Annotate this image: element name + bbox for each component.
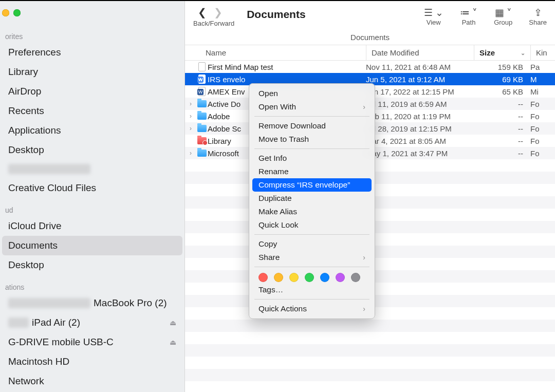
sidebar-item[interactable]: Network <box>2 371 182 391</box>
sidebar: orites PreferencesLibraryAirDropRecentsA… <box>0 1 185 392</box>
sidebar-item[interactable]: MacBook Pro (2) <box>2 293 182 313</box>
sidebar-item[interactable]: iPad Air (2)⏏ <box>2 313 182 332</box>
menu-item[interactable]: Get Info <box>249 152 375 165</box>
sidebar-item[interactable]: iCloud Drive <box>2 216 182 236</box>
group-button[interactable]: ▦ ˅Group <box>494 6 512 26</box>
menu-item[interactable]: Rename <box>249 165 375 178</box>
path-bar[interactable]: Documents <box>185 32 555 45</box>
sidebar-section-favorites: orites <box>0 29 184 43</box>
context-menu[interactable]: OpenOpen With›Remove DownloadMove to Tra… <box>249 83 375 319</box>
file-size: 69 KB <box>474 75 530 84</box>
file-date: Jul 11, 2019 at 6:59 AM <box>366 100 474 108</box>
column-date[interactable]: Date Modified <box>366 45 474 60</box>
menu-item[interactable]: Open With› <box>249 100 375 114</box>
sidebar-item[interactable]: Macintosh HD <box>2 352 182 371</box>
tag-dot[interactable] <box>289 273 299 282</box>
menu-item[interactable]: Tags… <box>249 283 375 296</box>
window-title: Documents <box>247 8 305 21</box>
disclosure-icon[interactable]: › <box>185 113 196 120</box>
document-icon <box>196 62 208 71</box>
submenu-icon: › <box>363 103 365 111</box>
file-date: Jan 17, 2022 at 12:15 PM <box>366 87 474 96</box>
file-size: -- <box>474 137 530 145</box>
submenu-icon: › <box>363 253 365 262</box>
tag-dot[interactable] <box>258 273 268 282</box>
sidebar-item[interactable]: Recents <box>2 101 182 121</box>
menu-item[interactable]: Compress “IRS envelope” <box>252 178 372 192</box>
back-forward-label: Back/Forward <box>193 20 234 27</box>
word-doc-icon <box>196 87 208 96</box>
menu-item[interactable]: Share› <box>249 251 375 264</box>
file-date: Jul 28, 2019 at 12:15 PM <box>366 124 474 133</box>
file-size: 159 KB <box>474 63 530 71</box>
table-row[interactable]: First Mind Map testNov 11, 2021 at 6:48 … <box>185 61 555 73</box>
column-name[interactable]: Name <box>185 45 366 60</box>
file-date: Nov 11, 2021 at 6:48 AM <box>366 63 474 71</box>
menu-item[interactable]: Remove Download <box>249 119 375 133</box>
menu-item[interactable]: Make Alias <box>249 205 375 218</box>
disclosure-icon[interactable]: › <box>185 150 196 157</box>
file-kind: Mi <box>530 87 555 96</box>
file-size: 65 KB <box>474 87 530 96</box>
tag-dot[interactable] <box>320 273 329 282</box>
sidebar-item[interactable]: G-DRIVE mobile USB-C⏏ <box>2 332 182 352</box>
menu-item[interactable]: Quick Look <box>249 218 375 232</box>
file-date: Jun 5, 2021 at 9:12 AM <box>366 75 474 84</box>
file-kind: Fo <box>530 112 555 121</box>
file-size: -- <box>474 124 530 133</box>
sidebar-item[interactable]: Creative Cloud Files <box>2 178 182 198</box>
tag-colors[interactable] <box>249 270 375 283</box>
back-icon: ❮ <box>198 7 214 18</box>
disclosure-icon[interactable]: › <box>185 100 196 107</box>
menu-item[interactable]: Duplicate <box>249 192 375 205</box>
window-controls[interactable] <box>2 9 21 16</box>
sidebar-item[interactable]: Applications <box>2 121 182 140</box>
sidebar-item[interactable]: Documents <box>2 236 182 255</box>
eject-icon[interactable]: ⏏ <box>170 319 176 327</box>
file-kind: Fo <box>530 124 555 133</box>
folder-icon <box>196 148 208 158</box>
view-button[interactable]: ☰ ⌄View <box>424 6 443 26</box>
folder-icon <box>196 99 208 108</box>
sidebar-item[interactable]: Preferences <box>2 43 182 62</box>
sidebar-item[interactable]: AirDrop <box>2 82 182 101</box>
tag-dot[interactable] <box>305 273 314 282</box>
path-button[interactable]: ≔ ˅Path <box>460 6 477 26</box>
file-kind: Fo <box>530 137 555 145</box>
toolbar: ❮❯ Back/Forward Documents ☰ ⌄View ≔ ˅Pat… <box>185 1 555 32</box>
tag-dot[interactable] <box>336 273 345 282</box>
sidebar-item[interactable]: Desktop <box>2 255 182 275</box>
menu-item[interactable]: Copy <box>249 237 375 251</box>
sort-indicator-icon: ⌄ <box>521 50 525 57</box>
sidebar-section-icloud: ud <box>0 203 184 216</box>
eject-icon[interactable]: ⏏ <box>170 338 176 346</box>
column-size[interactable]: Size⌄ <box>474 45 530 60</box>
disclosure-icon[interactable]: › <box>185 125 196 132</box>
folder-icon <box>196 136 208 145</box>
sidebar-item[interactable] <box>2 160 182 178</box>
column-header[interactable]: Name Date Modified Size⌄ Kin <box>185 45 555 61</box>
file-kind: M <box>530 75 555 84</box>
menu-item[interactable]: Open <box>249 87 375 100</box>
tag-dot[interactable] <box>274 273 283 282</box>
zoom-button[interactable] <box>13 9 21 16</box>
menu-item[interactable]: Quick Actions› <box>249 302 375 315</box>
word-doc-icon <box>196 74 208 84</box>
menu-item[interactable]: Move to Trash <box>249 133 375 146</box>
sidebar-item[interactable]: Library <box>2 62 182 82</box>
column-kind[interactable]: Kin <box>530 45 555 60</box>
submenu-icon: › <box>363 305 365 313</box>
minimize-button[interactable] <box>2 9 9 16</box>
file-size: -- <box>474 100 530 108</box>
file-date: Feb 11, 2020 at 1:19 PM <box>366 112 474 121</box>
sidebar-item[interactable]: Desktop <box>2 140 182 160</box>
back-forward-buttons[interactable]: ❮❯ Back/Forward <box>193 6 234 27</box>
folder-icon <box>196 124 208 133</box>
share-button[interactable]: ⇪Share <box>529 6 547 26</box>
forward-icon: ❯ <box>214 7 230 18</box>
tag-dot[interactable] <box>351 273 360 282</box>
file-name: IRS envelo <box>208 75 366 84</box>
file-date: May 1, 2021 at 3:47 PM <box>366 149 474 158</box>
file-kind: Pa <box>530 63 555 71</box>
file-size: -- <box>474 149 530 158</box>
